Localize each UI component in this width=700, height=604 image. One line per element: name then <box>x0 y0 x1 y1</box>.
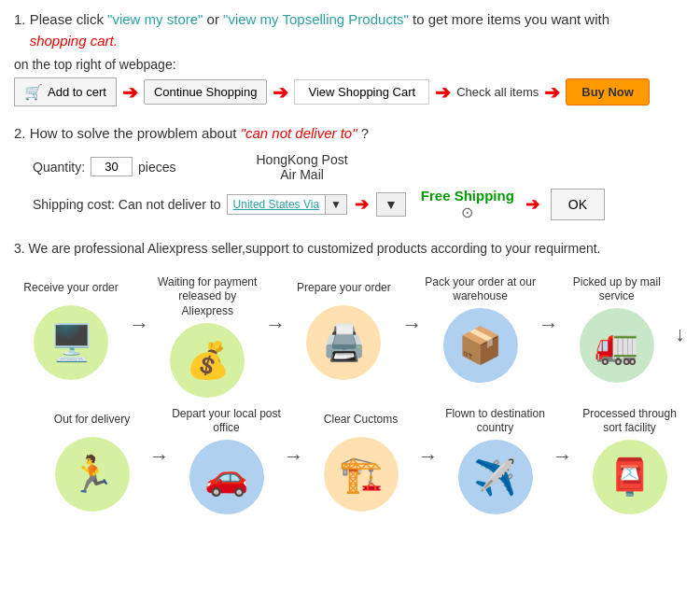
process-item-flown: Flown to destination country ✈️ <box>440 407 552 514</box>
pickup-icon: 🚛 <box>580 308 654 383</box>
quantity-input[interactable] <box>91 157 133 176</box>
link-view-store[interactable]: "view my store" <box>107 11 207 27</box>
step3-number: 3. <box>14 241 25 256</box>
arrow-3: ➔ <box>435 81 451 104</box>
arrow-r2-2: → <box>418 407 439 469</box>
step1-subtitle: on the top right of webpage: <box>14 57 686 72</box>
free-shipping-wrap: Free Shipping ⊙ <box>421 188 514 221</box>
process-item-delivery: Out for delivery 🏃 <box>36 407 148 512</box>
buy-now-button[interactable]: Buy Now <box>566 78 650 105</box>
view-cart-button[interactable]: View Shopping Cart <box>294 79 429 105</box>
shipping-label: Shipping cost: Can not deliver to <box>33 197 221 212</box>
process-item-prepare: Prepare your order 🖨️ <box>287 275 399 380</box>
shipping-row: Shipping cost: Can not deliver to United… <box>33 188 686 221</box>
sort-label: Processed through sort facility <box>574 407 686 436</box>
step1-text-before: Please click <box>30 11 107 27</box>
flow-bar: 🛒 Add to cert ➔ Continue Shopping ➔ View… <box>14 77 686 106</box>
depart-icon: 🚗 <box>189 440 264 514</box>
flown-icon: ✈️ <box>458 440 533 514</box>
arrow-2: ➔ <box>273 81 288 104</box>
prepare-label: Prepare your order <box>297 275 391 302</box>
arrow-r1-3: → <box>402 275 423 337</box>
arrow-r1-4: → <box>539 275 559 337</box>
free-shipping-text: Free Shipping <box>421 188 514 204</box>
ok-button[interactable]: OK <box>551 189 605 220</box>
process-item-receive: Receive your order 🖥️ <box>15 275 127 380</box>
process-item-pack: Pack your order at our warehouse 📦 <box>425 275 537 383</box>
shipping-right: Free Shipping ⊙ ➔ OK <box>421 188 605 221</box>
cart-icon: 🛒 <box>24 83 43 101</box>
arrow-down: ↓ <box>675 275 685 346</box>
step1-or: or <box>207 11 224 27</box>
quantity-row: Quantity: pieces HongKong Post Air Mail <box>33 152 686 182</box>
payment-label: Waiting for payment released by Aliexpre… <box>151 275 263 319</box>
delivery-icon: 🏃 <box>55 437 130 512</box>
quantity-label: Quantity: <box>33 160 85 175</box>
flown-label: Flown to destination country <box>440 407 552 436</box>
check-all-items: Check all items <box>456 85 539 99</box>
step1-text-after: to get more items you want with <box>413 11 609 27</box>
step3-text: 3. We are professional Aliexpress seller… <box>14 238 686 259</box>
process-row-1: Receive your order 🖥️ → Waiting for paym… <box>14 275 686 398</box>
cannot-deliver-highlight: "can not deliver to" <box>241 125 357 141</box>
step2-title: 2. How to solve the prowblem about "can … <box>14 123 686 145</box>
section-3: 3. We are professional Aliexpress seller… <box>14 238 686 259</box>
arrow-shipping: ➔ <box>355 194 369 215</box>
continue-shopping-button[interactable]: Continue Shopping <box>144 79 268 105</box>
shopping-cart-label: shopping cart. <box>30 33 118 49</box>
pack-label: Pack your order at our warehouse <box>425 275 537 304</box>
sort-icon: 📮 <box>593 440 667 514</box>
prepare-icon: 🖨️ <box>306 305 381 380</box>
process-item-customs: Clear Cuctoms 🏗️ <box>305 407 417 512</box>
arrow-r1-1: → <box>129 275 149 337</box>
radio-icon: ⊙ <box>421 204 514 221</box>
arrow-1: ➔ <box>122 81 138 104</box>
pieces-label: pieces <box>138 160 175 175</box>
process-row-2: Processed through sort facility 📮 → Flow… <box>14 407 686 514</box>
hongkong-post-label: HongKong Post Air Mail <box>257 152 348 182</box>
link-topselling[interactable]: "view my Topselling Products" <box>223 11 413 27</box>
payment-icon: 💰 <box>170 323 245 398</box>
add-to-cert-button[interactable]: 🛒 Add to cert <box>14 77 117 106</box>
section-1: 1. Please click "view my store" or "view… <box>14 9 686 106</box>
step1-number: 1. <box>14 11 26 27</box>
customs-icon: 🏗️ <box>324 437 399 512</box>
delivery-label: Out for delivery <box>54 407 130 433</box>
arrow-r2-1: → <box>553 407 573 469</box>
step2-content: Quantity: pieces HongKong Post Air Mail … <box>33 152 686 221</box>
extra-dropdown[interactable]: ▼ <box>376 192 406 217</box>
step1-title: 1. Please click "view my store" or "view… <box>14 9 686 51</box>
shipping-country: United States Via <box>228 195 326 214</box>
arrow-r1-2: → <box>265 275 286 337</box>
receive-icon: 🖥️ <box>34 305 108 380</box>
pickup-label: Picked up by mail service <box>561 275 673 304</box>
arrow-r2-4: → <box>149 407 170 469</box>
extra-dropdown-wrap: ▼ <box>376 192 406 217</box>
process-item-depart: Depart your local post office 🚗 <box>171 407 283 514</box>
arrow-4: ➔ <box>544 81 560 104</box>
process-item-pickup: Picked up by mail service 🚛 <box>561 275 673 383</box>
arrow-ok: ➔ <box>525 194 539 215</box>
arrow-r2-3: → <box>284 407 304 469</box>
receive-label: Receive your order <box>23 275 118 302</box>
shipping-dropdown-btn[interactable]: ▼ <box>325 195 346 214</box>
process-diagram: Receive your order 🖥️ → Waiting for paym… <box>14 275 686 514</box>
pack-icon: 📦 <box>443 308 518 383</box>
process-item-sort: Processed through sort facility 📮 <box>574 407 686 514</box>
step2-number: 2. <box>14 125 26 141</box>
process-item-payment: Waiting for payment released by Aliexpre… <box>151 275 263 398</box>
customs-label: Clear Cuctoms <box>324 407 398 433</box>
depart-label: Depart your local post office <box>171 407 283 436</box>
section-2: 2. How to solve the prowblem about "can … <box>14 123 686 221</box>
shipping-select-wrap[interactable]: United States Via ▼ <box>227 194 347 215</box>
